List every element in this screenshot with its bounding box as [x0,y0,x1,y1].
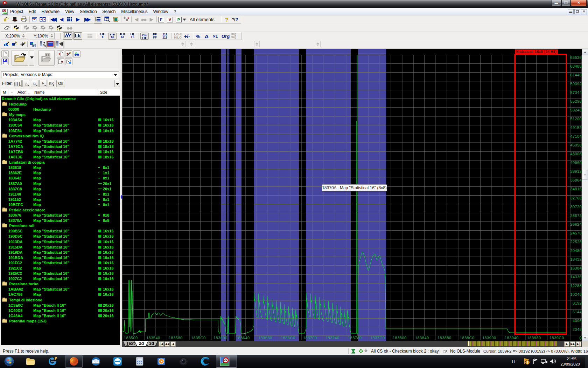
svg-text:53248: 53248 [570,108,582,112]
svg-text:183740: 183740 [326,336,340,340]
svg-text:30720: 30720 [570,205,582,209]
svg-text:34816: 34816 [570,187,582,191]
svg-text:183700: 183700 [303,336,317,340]
svg-text:183880: 183880 [438,336,451,340]
svg-text:183900: 183900 [482,336,496,340]
svg-text:!: ! [527,360,528,364]
svg-text:38912: 38912 [570,169,582,173]
svg-text:F: F [33,44,35,47]
svg-text:22528: 22528 [570,240,582,244]
svg-text:36864: 36864 [570,178,582,182]
svg-text:63488: 63488 [570,64,582,68]
svg-text:183800: 183800 [393,336,407,340]
svg-text:183940: 183940 [505,336,519,340]
svg-text:1836C0: 1836C0 [281,336,295,340]
svg-text:24576: 24576 [570,231,582,235]
svg-text:6144: 6144 [573,310,582,314]
svg-text:20480: 20480 [570,248,582,253]
svg-text:14336: 14336 [570,275,582,279]
svg-text:65536: 65536 [570,55,582,60]
svg-text:2048: 2048 [573,327,582,332]
svg-text:Statistical: 16x8 (16 Bit): Statistical: 16x8 (16 Bit) [516,49,556,54]
svg-text:183600: 183600 [214,336,227,340]
svg-text:183780: 183780 [348,336,362,340]
svg-text:32768: 32768 [570,196,582,200]
svg-text:55296: 55296 [570,99,582,103]
svg-text:43008: 43008 [570,152,582,156]
svg-text:40960: 40960 [570,161,582,165]
svg-text:18432: 18432 [570,257,582,261]
svg-text:8192: 8192 [573,301,582,305]
svg-text:1835C0: 1835C0 [191,336,206,340]
svg-text:1839C0: 1839C0 [550,336,564,340]
svg-text:28672: 28672 [570,213,582,218]
svg-text:10240: 10240 [570,292,582,297]
svg-text:61440: 61440 [570,73,582,77]
svg-text:47104: 47104 [570,134,582,138]
svg-text:16384: 16384 [570,266,582,270]
svg-text:P: P [75,52,77,55]
svg-text:4096: 4096 [573,319,582,323]
svg-text:183640: 183640 [236,336,250,340]
svg-text:12288: 12288 [570,284,582,288]
svg-text:1837C0: 1837C0 [370,336,385,340]
svg-text:51200: 51200 [570,117,582,121]
svg-text:49152: 49152 [570,125,582,130]
svg-text:183580: 183580 [169,336,183,340]
svg-text:183840: 183840 [415,336,429,340]
svg-text:57344: 57344 [570,90,582,95]
svg-text:183540: 183540 [146,336,160,340]
svg-text:183680: 183680 [258,336,272,340]
svg-text:183500: 183500 [124,336,138,340]
svg-text:59392: 59392 [570,82,582,86]
svg-text:45056: 45056 [570,143,582,147]
svg-text:1838C0: 1838C0 [460,336,475,340]
svg-text:0: 0 [579,336,582,341]
svg-text:#-#: #-# [57,28,60,31]
svg-text:26624: 26624 [570,222,582,226]
svg-text:183980: 183980 [527,336,541,340]
